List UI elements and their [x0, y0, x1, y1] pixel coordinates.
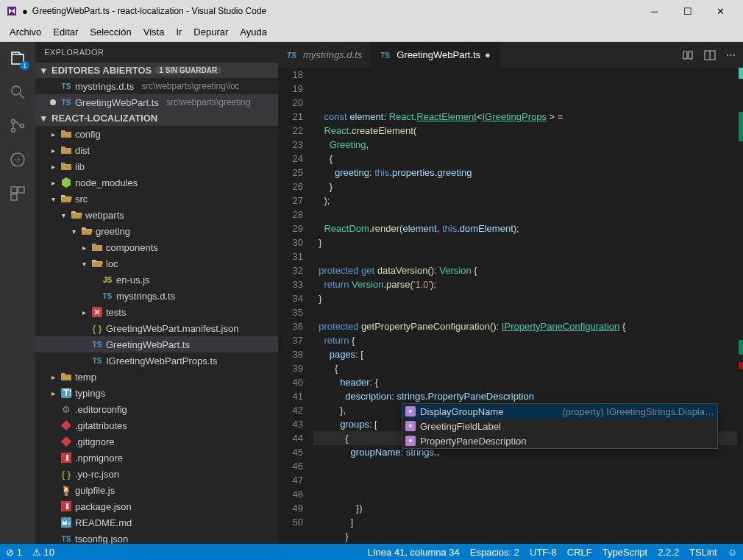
- tree-item[interactable]: ⚙.editorconfig: [35, 401, 278, 417]
- tree-item[interactable]: ▸tests: [35, 304, 278, 320]
- activity-explorer[interactable]: 1: [7, 48, 28, 68]
- close-button[interactable]: ✕: [704, 0, 737, 22]
- tree-item[interactable]: ▸TStypings: [35, 385, 278, 401]
- activity-debug[interactable]: [7, 149, 28, 170]
- code-line[interactable]: [313, 249, 743, 263]
- code-line[interactable]: [313, 459, 743, 473]
- code-line[interactable]: {: [313, 152, 743, 166]
- maximize-button[interactable]: ☐: [671, 0, 704, 22]
- tree-item[interactable]: JSen-us.js: [35, 272, 278, 288]
- tree-item[interactable]: .npmignore: [35, 450, 278, 466]
- code-line[interactable]: }: [313, 529, 743, 543]
- status-encoding[interactable]: UTF-8: [530, 547, 557, 558]
- code-line[interactable]: }): [313, 501, 743, 515]
- tree-item[interactable]: TSIGreetingWebPartProps.ts: [35, 352, 278, 369]
- code-line[interactable]: {: [313, 361, 743, 375]
- tree-item[interactable]: .gitattributes: [35, 417, 278, 433]
- activity-search[interactable]: [7, 82, 28, 102]
- project-header[interactable]: ▾ REACT-LOCALIZATION: [35, 110, 278, 126]
- tree-item[interactable]: ▸lib: [35, 158, 278, 174]
- tree-item[interactable]: README.md: [35, 514, 278, 531]
- code-editor[interactable]: 1819202122232425262728293031323334353637…: [278, 68, 743, 544]
- minimize-button[interactable]: ─: [638, 0, 671, 22]
- status-eol[interactable]: CRLF: [567, 547, 592, 558]
- code-line[interactable]: ]: [313, 543, 743, 544]
- code-line[interactable]: [313, 305, 743, 319]
- tree-item[interactable]: { }.yo-rc.json: [35, 466, 278, 482]
- activity-extensions[interactable]: [7, 183, 28, 204]
- more-icon[interactable]: ⋯: [726, 49, 736, 60]
- code-line[interactable]: ]: [313, 515, 743, 529]
- code-line[interactable]: }: [313, 291, 743, 305]
- open-editor-item[interactable]: TSmystrings.d.tssrc\webparts\greeting\lo…: [35, 78, 278, 94]
- overview-ruler[interactable]: [737, 68, 743, 544]
- tree-item[interactable]: ▸components: [35, 239, 278, 255]
- menu-archivo[interactable]: Archivo: [4, 24, 47, 40]
- tree-item[interactable]: TSmystrings.d.ts: [35, 288, 278, 304]
- code-line[interactable]: protected get dataVersion(): Version {: [313, 263, 743, 277]
- code-line[interactable]: }: [313, 180, 743, 194]
- status-warnings[interactable]: ⚠ 10: [32, 547, 54, 558]
- code-line[interactable]: [313, 473, 743, 487]
- tree-item[interactable]: ▾greeting: [35, 223, 278, 239]
- status-spaces[interactable]: Espacios: 2: [470, 547, 519, 558]
- chevron-down-icon: ▾: [41, 113, 49, 124]
- open-editor-item[interactable]: TSGreetingWebPart.tssrc\webparts\greetin…: [35, 94, 278, 110]
- tree-item[interactable]: 🍹gulpfile.js: [35, 482, 278, 498]
- tree-item[interactable]: package.json: [35, 498, 278, 514]
- menu-editar[interactable]: Editar: [47, 24, 84, 40]
- editor-tab[interactable]: TSGreetingWebPart.ts●: [372, 42, 500, 68]
- suggest-item[interactable]: ✦PropertyPaneDescription: [402, 433, 717, 448]
- code-line[interactable]: header: {: [313, 375, 743, 389]
- menu-depurar[interactable]: Depurar: [188, 24, 234, 40]
- suggest-item[interactable]: ✦GreetingFieldLabel: [402, 419, 717, 433]
- tree-item[interactable]: ▸dist: [35, 142, 278, 158]
- status-errors[interactable]: ⊘ 1: [6, 547, 22, 558]
- status-language[interactable]: TypeScript: [602, 547, 647, 558]
- editor-tab[interactable]: TSmystrings.d.ts: [278, 42, 372, 68]
- code-line[interactable]: description: strings.PropertyPaneDescrip…: [313, 389, 743, 403]
- suggest-widget[interactable]: ✦DisplayGroupName(property) IGreetingStr…: [402, 403, 718, 449]
- code-line[interactable]: pages: [: [313, 347, 743, 361]
- code-line[interactable]: [313, 487, 743, 501]
- code-line[interactable]: const element: React.ReactElement<IGreet…: [313, 110, 743, 124]
- tree-item[interactable]: { }GreetingWebPart.manifest.json: [35, 320, 278, 336]
- tree-item[interactable]: TSGreetingWebPart.ts: [35, 336, 278, 352]
- tree-item[interactable]: ▾loc: [35, 255, 278, 272]
- code-line[interactable]: );: [313, 194, 743, 208]
- menu-ir[interactable]: Ir: [170, 24, 188, 40]
- file-icon: JS: [102, 276, 113, 284]
- status-feedback-icon[interactable]: ☺: [728, 547, 737, 558]
- code-line[interactable]: Greeting,: [313, 138, 743, 152]
- code-line[interactable]: greeting: this.properties.greeting: [313, 166, 743, 180]
- status-version[interactable]: 2.2.2: [658, 547, 679, 558]
- status-tslint[interactable]: TSLint: [689, 547, 717, 558]
- menu-vista[interactable]: Vista: [138, 24, 171, 40]
- unsaved-badge: 1 SIN GUARDAR: [154, 66, 221, 74]
- tree-item[interactable]: ▸node_modules: [35, 174, 278, 191]
- compare-icon[interactable]: [682, 49, 694, 61]
- tree-item[interactable]: .gitignore: [35, 433, 278, 450]
- menu-ayuda[interactable]: Ayuda: [234, 24, 273, 40]
- tree-item[interactable]: ▸temp: [35, 369, 278, 385]
- activitybar: 1: [0, 42, 35, 544]
- code-line[interactable]: return {: [313, 333, 743, 347]
- code-line[interactable]: [313, 208, 743, 221]
- menu-seleccion[interactable]: Selección: [84, 24, 137, 40]
- code-line[interactable]: React.createElement(: [313, 124, 743, 138]
- open-editors-header[interactable]: ▾ EDITORES ABIERTOS 1 SIN GUARDAR: [35, 63, 278, 78]
- code-line[interactable]: }: [313, 235, 743, 249]
- tree-item[interactable]: ▾webparts: [35, 207, 278, 223]
- tree-item[interactable]: ▾src: [35, 191, 278, 207]
- twistie-icon: ▾: [59, 211, 68, 219]
- tree-item[interactable]: ▸config: [35, 126, 278, 142]
- split-editor-icon[interactable]: [704, 49, 716, 61]
- activity-scm[interactable]: [7, 116, 28, 136]
- suggest-item[interactable]: ✦DisplayGroupName(property) IGreetingStr…: [402, 404, 717, 419]
- status-cursor[interactable]: Línea 41, columna 34: [368, 547, 460, 558]
- file-tree[interactable]: ▸config▸dist▸lib▸node_modules▾src▾webpar…: [35, 126, 278, 544]
- code-line[interactable]: protected getPropertyPaneConfiguration()…: [313, 319, 743, 333]
- tree-item[interactable]: TStsconfig.json: [35, 531, 278, 544]
- code-line[interactable]: return Version.parse('1.0');: [313, 277, 743, 291]
- code-line[interactable]: ReactDom.render(element, this.domElement…: [313, 221, 743, 235]
